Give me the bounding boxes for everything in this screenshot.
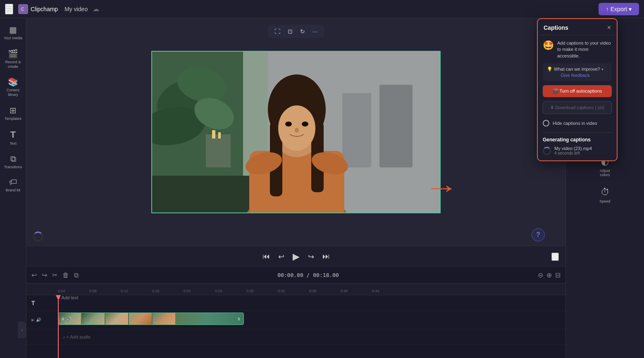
- brand-kit-label: Brand kit: [6, 188, 21, 193]
- zoom-controls: ⊖ ⊕ ⊟: [538, 271, 561, 279]
- svg-rect-8: [206, 134, 231, 167]
- timeline-area: ↩ ↪ ✂ 🗑 ⧉ 00:00.00 / 00:18.00 ⊖ ⊕ ⊟ 0:04…: [26, 267, 565, 358]
- clip-end-icon: ⏸: [237, 317, 241, 321]
- turn-off-autocaptions-button[interactable]: 🎬 Turn off autocaptions: [543, 85, 612, 97]
- feedback-link[interactable]: Give feedback: [547, 73, 603, 78]
- ruler-tick-7: 0:32: [278, 289, 309, 293]
- captions-body: 🤩 Add captions to your video to make it …: [538, 35, 617, 160]
- redo-button[interactable]: ↪: [42, 271, 47, 279]
- rotate-button[interactable]: ↻: [298, 27, 308, 36]
- captions-header: Captions ×: [538, 19, 617, 35]
- zoom-out-button[interactable]: ⊖: [538, 271, 543, 279]
- sidebar-item-record-create[interactable]: 🎬 Record &create: [1, 45, 25, 72]
- adjust-colors-label: Adjustcolors: [600, 169, 610, 177]
- fullscreen-button[interactable]: ⛶: [551, 253, 559, 261]
- sidebar-collapse-btn[interactable]: ›: [18, 322, 26, 338]
- clip-thumb-2: [105, 313, 128, 325]
- feedback-question: 💡 What can we improve?: [547, 67, 600, 72]
- text-track: T + Add text: [26, 295, 565, 311]
- sidebar-item-your-media[interactable]: ▦ Your media: [1, 21, 25, 44]
- generating-spinner: [543, 147, 551, 155]
- video-frame[interactable]: [151, 51, 441, 213]
- svg-rect-9: [212, 130, 215, 138]
- sidebar-item-content-library[interactable]: 📚 Contentlibrary: [1, 74, 25, 100]
- video-track: ▶ 🔊 ⏸ 🔊 ⏸: [26, 311, 565, 329]
- timeline-toolbar: ↩ ↪ ✂ 🗑 ⧉ 00:00.00 / 00:18.00 ⊖ ⊕ ⊟: [26, 267, 565, 284]
- captions-close-button[interactable]: ×: [607, 24, 611, 31]
- export-button[interactable]: ↑ Export ▾: [599, 3, 639, 15]
- logo-icon: C: [18, 4, 28, 14]
- menu-button[interactable]: ☰: [5, 4, 13, 14]
- play-button[interactable]: ▶: [293, 251, 300, 262]
- captions-panel: Captions × 🤩 Add captions to your video …: [537, 18, 618, 161]
- svg-point-24: [302, 122, 308, 126]
- generating-title: Generating captions: [543, 137, 612, 143]
- video-track-label: ▶ 🔊: [26, 317, 58, 322]
- caption-emoji: 🤩: [543, 40, 554, 51]
- toggle-circle[interactable]: [543, 120, 549, 126]
- right-panel-speed[interactable]: ⏱ Speed: [593, 184, 618, 207]
- sidebar-item-transitions[interactable]: ⧉ Transitions: [1, 151, 25, 173]
- zoom-in-button[interactable]: ⊕: [546, 271, 552, 279]
- feedback-chevron[interactable]: ▾: [601, 67, 603, 72]
- brand-kit-icon: 🏷: [9, 177, 17, 187]
- skip-end-button[interactable]: ⏭: [322, 252, 330, 261]
- video-clip[interactable]: ⏸ 🔊 ⏸: [58, 313, 244, 325]
- speed-label: Speed: [599, 199, 610, 203]
- ruler-tick-0: 0:04: [58, 289, 89, 293]
- arrow-overlay: →: [424, 175, 459, 200]
- rewind-5s-button[interactable]: ↩: [278, 252, 284, 261]
- undo-button[interactable]: ↩: [31, 271, 37, 279]
- video-title[interactable]: My video: [64, 6, 88, 12]
- audio-track: ♪ + Add audio: [26, 329, 565, 345]
- video-canvas: ⛶ ⊡ ↻ ··· 16:9: [26, 18, 565, 246]
- cut-button[interactable]: ✂: [52, 271, 57, 279]
- text-track-content[interactable]: + Add text: [58, 295, 565, 310]
- timeline-ruler: 0:04 0:08 0:12 0:16 0:20 0:24 0:28 0:32 …: [26, 284, 565, 295]
- playback-bar: ⏮ ↩ ▶ ↪ ⏭ ⛶: [26, 246, 565, 267]
- caption-promo: 🤩 Add captions to your video to make it …: [543, 40, 612, 59]
- speed-icon: ⏱: [601, 187, 610, 198]
- sidebar-item-brand-kit[interactable]: 🏷 Brand kit: [1, 174, 25, 196]
- ruler-tick-1: 0:08: [89, 289, 121, 293]
- crop-button[interactable]: ⛶: [272, 27, 283, 36]
- clip-thumb-3: [129, 313, 152, 325]
- app-logo: C Clipchamp: [18, 4, 58, 14]
- cloud-icon: ☁: [93, 5, 99, 13]
- delete-button[interactable]: 🗑: [62, 272, 69, 279]
- hide-captions-toggle[interactable]: Hide captions in video: [543, 118, 612, 128]
- transform-button[interactable]: ⊡: [285, 27, 295, 36]
- canvas-toolbar: ⛶ ⊡ ↻ ···: [268, 25, 324, 38]
- svg-rect-13: [379, 85, 413, 167]
- more-button[interactable]: ···: [310, 27, 320, 36]
- ruler-tick-10: 0:44: [372, 289, 403, 293]
- generating-item: My video (23).mp4 4 seconds left: [543, 146, 612, 155]
- ruler-tick-5: 0:24: [215, 289, 246, 293]
- sidebar-item-templates[interactable]: ⊞ Templates: [1, 102, 25, 124]
- templates-icon: ⊞: [10, 105, 17, 115]
- add-text-button[interactable]: + Add text: [58, 295, 565, 300]
- sidebar-item-text[interactable]: T Text: [1, 126, 25, 149]
- ruler-tick-3: 0:16: [152, 289, 184, 293]
- ruler-tick-4: 0:20: [184, 289, 215, 293]
- center-area: ⛶ ⊡ ↻ ··· 16:9: [26, 18, 565, 358]
- download-captions-button: ⬇ Download captions (.srt): [543, 101, 612, 114]
- forward-5s-button[interactable]: ↪: [308, 252, 314, 261]
- clip-thumb-1: [82, 313, 105, 325]
- record-label: Record &create: [5, 60, 21, 69]
- svg-rect-14: [342, 93, 371, 167]
- svg-rect-10: [218, 132, 221, 138]
- caption-feedback: 💡 What can we improve? ▾ Give feedback: [543, 63, 612, 81]
- record-icon: 🎬: [8, 49, 18, 59]
- help-button[interactable]: ?: [532, 228, 545, 241]
- clip-pause-icon: ⏸: [61, 317, 65, 321]
- text-label: Text: [10, 141, 17, 146]
- copy-button[interactable]: ⧉: [74, 272, 79, 279]
- skip-start-button[interactable]: ⏮: [262, 252, 270, 261]
- video-track-content[interactable]: ⏸ 🔊 ⏸: [58, 311, 565, 329]
- content-library-label: Contentlibrary: [7, 88, 20, 97]
- generating-section: Generating captions My video (23).mp4 4 …: [543, 132, 612, 155]
- ruler-tick-8: 0:36: [309, 289, 341, 293]
- fit-button[interactable]: ⊟: [555, 271, 561, 279]
- content-library-icon: 📚: [8, 77, 18, 87]
